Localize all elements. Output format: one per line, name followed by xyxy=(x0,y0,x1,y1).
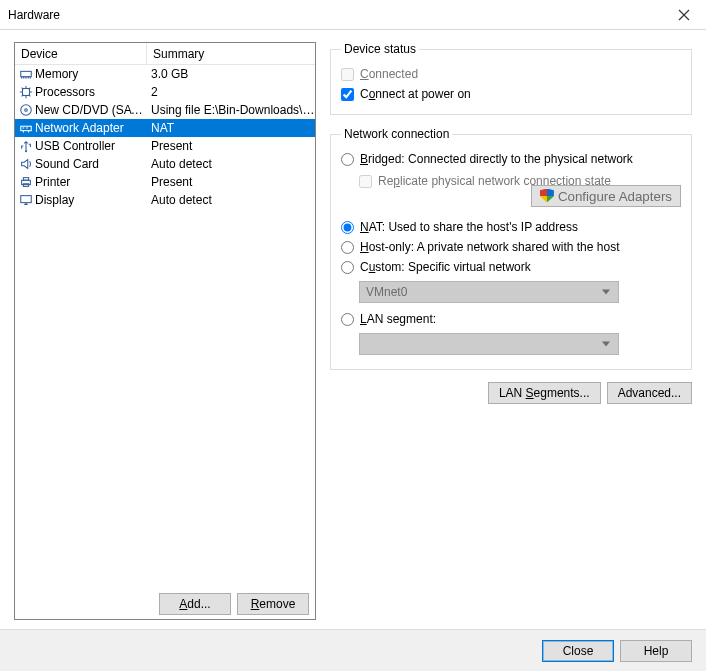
connected-checkbox-row: Connected xyxy=(341,64,681,84)
hw-device: Display xyxy=(33,193,147,207)
svg-rect-9 xyxy=(21,196,32,203)
cd-icon xyxy=(15,102,33,118)
device-status-legend: Device status xyxy=(341,42,419,56)
display-icon xyxy=(15,192,33,208)
settings-panel: Device status Connected Connect at power… xyxy=(330,42,692,620)
custom-radio-row[interactable]: Custom: Specific virtual network xyxy=(341,257,681,277)
usb-icon xyxy=(15,138,33,154)
hw-summary: Using file E:\Bin-Downloads\i... xyxy=(147,103,315,117)
custom-network-select: VMnet0 xyxy=(359,281,619,303)
nat-label: NAT: Used to share the host's IP address xyxy=(360,220,578,234)
hw-row-net[interactable]: Network AdapterNAT xyxy=(15,119,315,137)
hw-device: Network Adapter xyxy=(33,121,147,135)
custom-radio[interactable] xyxy=(341,261,354,274)
poweron-checkbox[interactable] xyxy=(341,88,354,101)
poweron-checkbox-row[interactable]: Connect at power on xyxy=(341,84,681,104)
col-header-summary[interactable]: Summary xyxy=(147,47,315,61)
configure-adapters-button: Configure Adapters xyxy=(531,185,681,207)
custom-label: Custom: Specific virtual network xyxy=(360,260,531,274)
nat-radio-row[interactable]: NAT: Used to share the host's IP address xyxy=(341,217,681,237)
hw-summary: NAT xyxy=(147,121,315,135)
help-button[interactable]: Help xyxy=(620,640,692,662)
nat-radio[interactable] xyxy=(341,221,354,234)
poweron-label: Connect at power on xyxy=(360,87,471,101)
hw-row-cpu[interactable]: Processors2 xyxy=(15,83,315,101)
dialog-footer: Close Help xyxy=(0,629,706,671)
hw-row-cd[interactable]: New CD/DVD (SATA)Using file E:\Bin-Downl… xyxy=(15,101,315,119)
hw-device: Printer xyxy=(33,175,147,189)
lanseg-radio[interactable] xyxy=(341,313,354,326)
hardware-buttons: Add... Remove xyxy=(15,593,315,615)
hw-device: New CD/DVD (SATA) xyxy=(33,103,147,117)
svg-point-2 xyxy=(21,105,32,116)
close-icon xyxy=(676,7,692,23)
window-title: Hardware xyxy=(8,8,662,22)
hostonly-radio[interactable] xyxy=(341,241,354,254)
net-icon xyxy=(15,120,33,136)
device-status-group: Device status Connected Connect at power… xyxy=(330,42,692,115)
bridged-radio-row[interactable]: Bridged: Connected directly to the physi… xyxy=(341,149,681,169)
hw-row-printer[interactable]: PrinterPresent xyxy=(15,173,315,191)
bridged-label: Bridged: Connected directly to the physi… xyxy=(360,152,633,166)
hostonly-label: Host-only: A private network shared with… xyxy=(360,240,619,254)
hw-summary: Auto detect xyxy=(147,157,315,171)
hw-row-display[interactable]: DisplayAuto detect xyxy=(15,191,315,209)
hw-device: Processors xyxy=(33,85,147,99)
add-button[interactable]: Add... xyxy=(159,593,231,615)
custom-network-value: VMnet0 xyxy=(366,285,407,299)
hw-summary: Present xyxy=(147,139,315,153)
hw-row-usb[interactable]: USB ControllerPresent xyxy=(15,137,315,155)
printer-icon xyxy=(15,174,33,190)
svg-rect-0 xyxy=(21,71,32,76)
shield-icon xyxy=(540,189,554,203)
remove-button[interactable]: Remove xyxy=(237,593,309,615)
hw-device: Memory xyxy=(33,67,147,81)
memory-icon xyxy=(15,66,33,82)
replicate-checkbox xyxy=(359,175,372,188)
hw-device: Sound Card xyxy=(33,157,147,171)
lan-segments-button[interactable]: LAN Segments... xyxy=(488,382,601,404)
hw-summary: 2 xyxy=(147,85,315,99)
svg-rect-7 xyxy=(23,178,28,181)
hw-summary: Present xyxy=(147,175,315,189)
lanseg-radio-row[interactable]: LAN segment: xyxy=(341,309,681,329)
configure-adapters-label: Configure Adapters xyxy=(558,189,672,204)
hw-row-memory[interactable]: Memory3.0 GB xyxy=(15,65,315,83)
col-header-device[interactable]: Device xyxy=(15,43,147,64)
sound-icon xyxy=(15,156,33,172)
hardware-panel: Device Summary Memory3.0 GBProcessors2Ne… xyxy=(14,42,316,620)
network-connection-legend: Network connection xyxy=(341,127,452,141)
hw-summary: Auto detect xyxy=(147,193,315,207)
cpu-icon xyxy=(15,84,33,100)
network-connection-group: Network connection Bridged: Connected di… xyxy=(330,127,692,370)
hw-device: USB Controller xyxy=(33,139,147,153)
svg-point-3 xyxy=(25,109,28,112)
netconn-buttons: LAN Segments... Advanced... xyxy=(330,382,692,404)
dialog-body: Device Summary Memory3.0 GBProcessors2Ne… xyxy=(0,30,706,629)
connected-label: Connected xyxy=(360,67,418,81)
close-button[interactable]: Close xyxy=(542,640,614,662)
connected-checkbox xyxy=(341,68,354,81)
svg-rect-1 xyxy=(23,89,30,96)
bridged-radio[interactable] xyxy=(341,153,354,166)
hardware-list-header: Device Summary xyxy=(15,43,315,65)
advanced-button[interactable]: Advanced... xyxy=(607,382,692,404)
hw-row-sound[interactable]: Sound CardAuto detect xyxy=(15,155,315,173)
hardware-list[interactable]: Device Summary Memory3.0 GBProcessors2Ne… xyxy=(15,43,315,589)
svg-point-5 xyxy=(25,150,27,152)
lanseg-select xyxy=(359,333,619,355)
lanseg-label: LAN segment: xyxy=(360,312,436,326)
window-close-button[interactable] xyxy=(662,0,706,29)
hostonly-radio-row[interactable]: Host-only: A private network shared with… xyxy=(341,237,681,257)
hw-summary: 3.0 GB xyxy=(147,67,315,81)
titlebar: Hardware xyxy=(0,0,706,30)
